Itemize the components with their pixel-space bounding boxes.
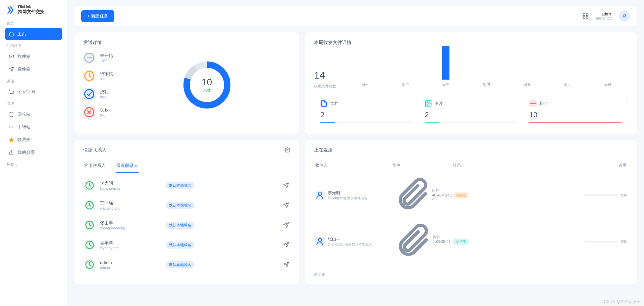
svg-rect-4	[586, 17, 588, 19]
nav-item-share[interactable]: 我的分享	[5, 146, 62, 159]
avatar-button[interactable]	[619, 11, 630, 21]
sending-row: 张山丰zhangshanfeng 默认本地域名 附件 1.09GB / 1 个 …	[314, 218, 628, 265]
user-icon	[622, 13, 627, 19]
sidebar: FileLink 跨网文件交换 首页主页我的任务收件箱发件箱存储个人空间管理回收…	[0, 0, 67, 306]
sending-domain: zhangshanfeng 默认本地域名	[328, 242, 372, 247]
tab-contacts[interactable]: 最近联系人	[116, 159, 139, 173]
send-icon[interactable]	[283, 222, 289, 228]
type-count: 2	[425, 111, 517, 119]
bar-label: 周六	[564, 82, 571, 87]
clock-icon	[85, 240, 95, 250]
svg-rect-3	[583, 17, 585, 19]
status-label: 待审核	[100, 71, 113, 77]
topbar: + 新建任务 admin 超级管理员	[74, 6, 637, 26]
contacts-title: 快捷联系人	[83, 147, 107, 153]
nav-item-cloud[interactable]: 个人空间	[5, 86, 62, 98]
user-role: 超级管理员	[596, 16, 612, 20]
clock-icon	[85, 220, 95, 230]
contact-user: xiyangyang	[100, 246, 160, 250]
user-info: admin 超级管理员	[596, 12, 612, 20]
nav-item-send[interactable]: 发件箱	[5, 63, 62, 75]
watermark: CSDN @伊伊话安全	[604, 299, 641, 305]
clock-icon	[85, 180, 95, 190]
svg-rect-1	[583, 14, 585, 16]
send-icon[interactable]	[283, 242, 289, 248]
domain-badge: 默认本地域名	[166, 202, 195, 209]
bar-col: 周三	[436, 46, 455, 87]
type-item[interactable]: 图片 2	[419, 95, 523, 126]
type-label: 其他	[539, 101, 547, 106]
progress-bar	[584, 241, 618, 243]
contact-user: liguangming	[100, 186, 160, 190]
domain-badge: 默认本地域名	[166, 242, 195, 249]
svg-point-25	[318, 238, 321, 242]
svg-point-18	[287, 149, 288, 151]
contact-user: admin	[100, 265, 160, 269]
nav-group-title: 标签 ⌄	[7, 162, 60, 167]
bar-col: 周六	[558, 80, 577, 87]
bar-col: 周五	[518, 80, 536, 87]
send-icon[interactable]	[283, 182, 289, 188]
status-item: 失败0%	[83, 106, 113, 118]
nav-item-trash[interactable]: 回收站	[5, 108, 62, 120]
svg-point-17	[535, 103, 536, 104]
apps-icon[interactable]	[582, 13, 589, 19]
status-label: 未开始	[100, 53, 113, 59]
status-pct: 80%	[100, 95, 109, 99]
col-progress: 进度	[476, 163, 627, 168]
tab-contacts[interactable]: 常用联系人	[83, 159, 106, 173]
contact-name: 张山丰	[100, 220, 160, 226]
gear-icon[interactable]	[284, 147, 290, 153]
logo[interactable]: FileLink 跨网文件交换	[5, 5, 62, 15]
col-file: 文件	[392, 163, 453, 168]
status-item: 成功80%	[83, 88, 113, 100]
sending-name: 张山丰	[328, 236, 372, 242]
user-icon	[315, 237, 325, 246]
sending-domain: liguangming 默认本地域名	[328, 196, 367, 201]
week-total-label: 收发文件总数	[314, 84, 336, 89]
brand-name: FileLink	[18, 5, 44, 9]
domain-badge: 默认本地域名	[166, 182, 195, 189]
sending-name: 李光明	[328, 190, 367, 196]
clock-icon	[85, 260, 95, 270]
bar-col: 周日	[598, 80, 617, 87]
col-recipient: 收件人	[315, 163, 392, 168]
new-task-button[interactable]: + 新建任务	[81, 10, 114, 22]
status-badge: 待发送	[453, 192, 469, 199]
send-icon[interactable]	[283, 202, 289, 208]
type-item[interactable]: 文档 2	[314, 95, 419, 126]
contact-name: 喜羊羊	[100, 240, 160, 246]
nav-label: 收件箱	[17, 53, 31, 59]
week-title: 本周收发文件详情	[314, 40, 628, 46]
send-details-card: 发送详情 未开始10% 待审核0% 成功80% 失败0%	[74, 32, 299, 134]
status-pct: 0%	[100, 113, 109, 117]
user-icon	[315, 190, 325, 200]
status-item: 待审核0%	[83, 70, 113, 82]
nav-item-star[interactable]: 收藏夹	[5, 134, 62, 146]
nav-item-transfer[interactable]: 中转站	[5, 121, 62, 133]
progress-bar	[584, 194, 618, 196]
sending-file: 附件 40.48MB / 1 个	[392, 176, 453, 214]
send-icon[interactable]	[283, 262, 289, 268]
svg-point-14	[427, 102, 428, 103]
progress-pct: 0%	[621, 239, 627, 244]
bar-col: 周四	[477, 80, 496, 87]
nav-label: 发件箱	[17, 66, 31, 72]
nav-item-mail[interactable]: 收件箱	[5, 50, 62, 62]
contact-row: adminadmin 默认本地域名	[83, 255, 290, 274]
sending-row: 李光明liguangming 默认本地域名 附件 40.48MB / 1 个 待…	[314, 172, 628, 218]
progress-pct: 0%	[621, 193, 627, 197]
logo-icon	[6, 5, 15, 15]
status-label: 成功	[100, 89, 109, 95]
type-item[interactable]: 其他 10	[523, 95, 628, 126]
donut-total: 10	[202, 77, 212, 88]
type-icon	[320, 100, 328, 107]
nav-label: 中转站	[17, 124, 31, 130]
contact-row: 王一强wangyiqiang 默认本地域名	[83, 195, 290, 215]
contacts-card: 快捷联系人 常用联系人最近联系人 李光明liguangming 默认本地域名 王…	[74, 140, 299, 284]
nav-item-home[interactable]: 主页	[5, 28, 62, 40]
svg-point-8	[85, 90, 94, 99]
nav-label: 个人空间	[17, 89, 35, 95]
week-card: 本周收发文件详情 14 收发文件总数 周一 周二 周三 周四 周五 周六	[305, 32, 637, 134]
nav-group-title: 我的任务	[7, 43, 60, 48]
